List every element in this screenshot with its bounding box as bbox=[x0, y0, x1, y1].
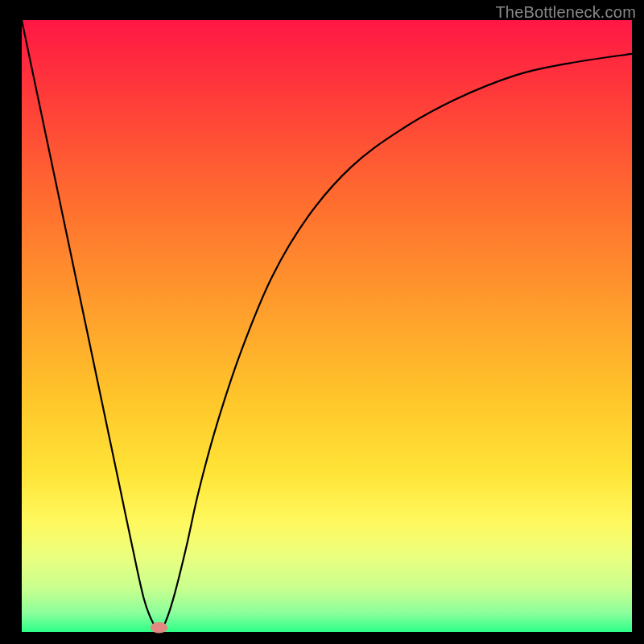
watermark-text: TheBottleneck.com bbox=[495, 3, 636, 22]
chart-root: TheBottleneck.com bbox=[0, 0, 644, 644]
bottleneck-chart bbox=[0, 0, 644, 644]
optimal-marker bbox=[151, 622, 167, 634]
plot-background bbox=[22, 20, 632, 632]
